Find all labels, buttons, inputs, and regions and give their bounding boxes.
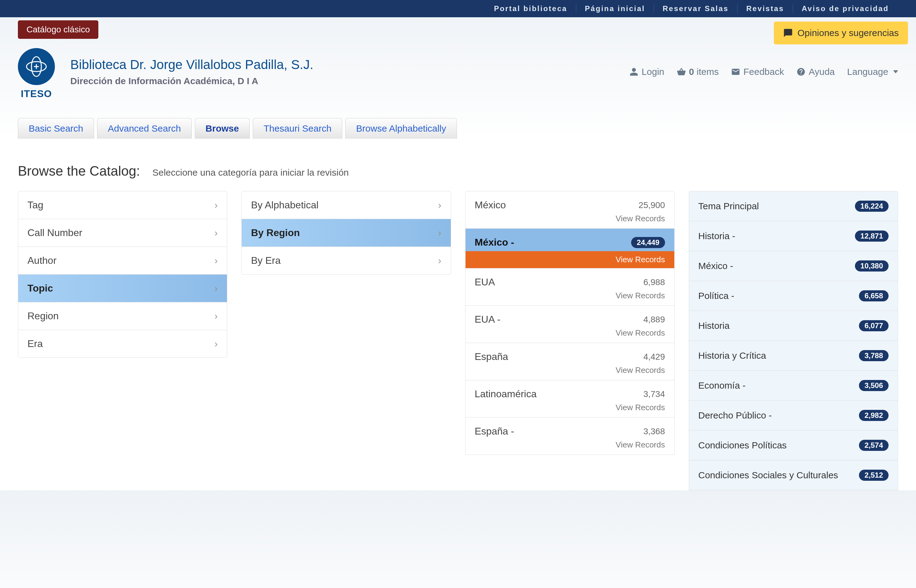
region-name: EUA - [475, 314, 501, 325]
top-navbar: Portal biblioteca Página inicial Reserva… [0, 0, 916, 17]
category-item[interactable]: Tag› [18, 191, 227, 219]
help-label: Ayuda [809, 66, 835, 77]
view-records-link[interactable]: View Records [466, 328, 674, 343]
region-item[interactable]: EUA -4,889View Records [465, 305, 675, 343]
region-count: 4,889 [643, 315, 665, 325]
chevron-right-icon: › [215, 283, 218, 294]
count-badge: 2,512 [859, 470, 888, 481]
category-item[interactable]: Region› [18, 302, 227, 330]
region-name: España [475, 351, 508, 362]
chevron-right-icon: › [215, 227, 218, 239]
login-link[interactable]: Login [629, 66, 664, 77]
count-badge: 3,788 [859, 350, 888, 361]
count-badge: 10,380 [855, 260, 888, 271]
user-icon [629, 67, 639, 76]
topic-item[interactable]: Historia6,077 [689, 311, 898, 341]
tab-browse-alphabetically[interactable]: Browse Alphabetically [345, 118, 457, 139]
header: ITESO Biblioteca Dr. Jorge Villalobos Pa… [0, 39, 916, 118]
category-label: Era [28, 338, 43, 349]
region-item[interactable]: EUA6,988View Records [465, 268, 675, 306]
topic-name: Historia [698, 320, 730, 331]
topic-item[interactable]: Condiciones Políticas2,574 [689, 430, 898, 460]
chevron-right-icon: › [215, 199, 218, 211]
region-item[interactable]: España -3,368View Records [465, 417, 675, 455]
library-subtitle: Dirección de Información Académica, D I … [70, 76, 313, 86]
region-name: España - [475, 426, 514, 437]
region-item[interactable]: México25,900View Records [465, 191, 675, 229]
region-name: México [475, 199, 506, 211]
feedback-link[interactable]: Feedback [731, 66, 784, 77]
category-item[interactable]: Author› [18, 247, 227, 275]
category-column: Tag›Call Number›Author›Topic›Region›Era› [18, 191, 227, 490]
topic-item[interactable]: Historia -12,871 [689, 221, 898, 251]
topic-name: Condiciones Sociales y Culturales [698, 470, 838, 480]
subcategory-column: By Alphabetical›By Region›By Era› [241, 191, 451, 490]
count-badge: 3,506 [859, 380, 888, 391]
count-badge: 6,077 [859, 320, 888, 331]
subcategory-item[interactable]: By Alphabetical› [241, 191, 451, 219]
logo-icon [18, 48, 55, 85]
region-item[interactable]: México -24,449View Records [465, 228, 675, 268]
topic-item[interactable]: Derecho Público -2,982 [689, 400, 898, 431]
topnav-link[interactable]: Reservar Salas [654, 4, 738, 13]
category-item[interactable]: Call Number› [18, 219, 227, 247]
view-records-link[interactable]: View Records [466, 291, 674, 305]
logo[interactable]: ITESO [18, 48, 55, 100]
view-records-link[interactable]: View Records [466, 251, 674, 268]
basket-icon [677, 67, 686, 76]
region-count: 3,734 [643, 389, 665, 399]
browse-columns: Tag›Call Number›Author›Topic›Region›Era›… [0, 191, 916, 490]
catalogo-clasico-button[interactable]: Catálogo clásico [18, 20, 98, 39]
category-item[interactable]: Topic› [18, 274, 227, 302]
view-records-link[interactable]: View Records [466, 365, 674, 380]
view-records-link[interactable]: View Records [466, 214, 674, 228]
tab-thesauri-search[interactable]: Thesauri Search [253, 118, 342, 139]
region-name: Latinoamérica [475, 388, 537, 400]
topic-item[interactable]: Condiciones Sociales y Culturales2,512 [689, 460, 898, 490]
subcategory-item[interactable]: By Era› [241, 247, 451, 275]
category-label: Call Number [28, 227, 83, 239]
user-nav: Login 0 items Feedback Ayuda Language [629, 48, 898, 77]
region-item[interactable]: Latinoamérica3,734View Records [465, 380, 675, 418]
count-badge: 12,871 [855, 231, 888, 242]
browse-header: Browse the Catalog: Seleccione una categ… [0, 139, 916, 191]
topic-item[interactable]: Tema Principal16,224 [689, 191, 898, 221]
region-count: 6,988 [643, 277, 665, 287]
subcategory-item[interactable]: By Region› [241, 219, 451, 247]
search-tabs: Basic SearchAdvanced SearchBrowseThesaur… [0, 118, 916, 139]
browse-subtitle: Seleccione una categoría para iniciar la… [152, 167, 349, 178]
topic-column: Tema Principal16,224Historia -12,871Méxi… [689, 191, 898, 490]
library-title[interactable]: Biblioteca Dr. Jorge Villalobos Padilla,… [70, 57, 313, 72]
topic-item[interactable]: Economía -3,506 [689, 370, 898, 401]
topnav-link[interactable]: Portal biblioteca [485, 4, 576, 13]
tab-basic-search[interactable]: Basic Search [18, 118, 94, 139]
chevron-right-icon: › [215, 338, 218, 349]
tab-advanced-search[interactable]: Advanced Search [97, 118, 192, 139]
topic-item[interactable]: Historia y Crítica3,788 [689, 341, 898, 371]
category-label: Topic [28, 283, 53, 294]
topic-item[interactable]: México -10,380 [689, 251, 898, 281]
topic-name: Tema Principal [698, 201, 759, 212]
opinions-button[interactable]: Opiniones y sugerencias [774, 21, 908, 44]
topic-item[interactable]: Política -6,658 [689, 281, 898, 311]
login-label: Login [642, 66, 664, 77]
region-column: México25,900View RecordsMéxico -24,449Vi… [465, 191, 675, 490]
topnav-link[interactable]: Revistas [738, 4, 793, 13]
chevron-right-icon: › [438, 199, 442, 211]
view-records-link[interactable]: View Records [466, 440, 674, 455]
comment-icon [783, 28, 793, 38]
topnav-link[interactable]: Aviso de privacidad [793, 4, 898, 13]
chevron-down-icon [893, 70, 898, 73]
topnav-link[interactable]: Página inicial [576, 4, 654, 13]
language-dropdown[interactable]: Language [847, 66, 898, 77]
category-item[interactable]: Era› [18, 330, 227, 358]
view-records-link[interactable]: View Records [466, 403, 674, 417]
region-item[interactable]: España4,429View Records [465, 343, 675, 380]
topic-name: México - [698, 261, 733, 271]
tab-browse[interactable]: Browse [195, 118, 250, 139]
help-link[interactable]: Ayuda [796, 66, 835, 77]
cart-link[interactable]: 0 items [677, 66, 719, 77]
chevron-right-icon: › [438, 227, 442, 239]
category-label: Tag [28, 199, 44, 211]
subcategory-label: By Era [251, 255, 280, 266]
